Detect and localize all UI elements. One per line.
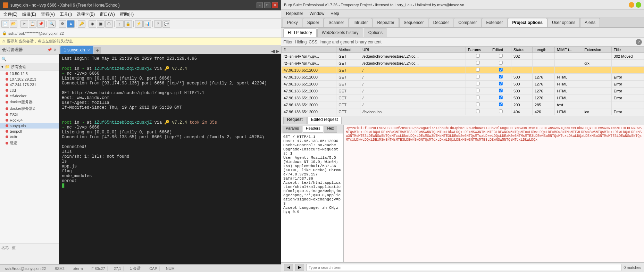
tab-edited-request[interactable]: Edited request — [307, 117, 342, 124]
toolbar-paste[interactable]: 📌 — [37, 20, 45, 28]
toolbar-misc3[interactable]: ⬡ — [105, 20, 113, 28]
table-row[interactable]: 47.96.138.65:12000GET/5001276HTMLError — [282, 81, 644, 88]
session-search[interactable]: 🔍 — [0, 55, 59, 63]
table-row[interactable]: 47.96.138.65:12000GET/ — [282, 67, 644, 74]
menu-repeater[interactable]: Repeater — [283, 10, 306, 17]
toolbar-settings[interactable]: ⚙ — [59, 20, 66, 28]
session-group-header[interactable]: ▾ 📁 所有会话 — [0, 63, 59, 71]
tab-request[interactable]: Request — [283, 117, 307, 124]
menu-edit[interactable]: 编辑(E) — [20, 11, 38, 18]
col-length[interactable]: Length — [533, 47, 555, 53]
session-item[interactable]: Vultr — [0, 134, 59, 140]
table-row[interactable]: 47.96.138.65:12000GET/5001276HTMLError — [282, 94, 644, 101]
burp-table-area[interactable]: # Method URL Params Edited Status Length… — [281, 47, 644, 116]
menu-help[interactable]: Help — [328, 10, 342, 17]
col-status[interactable]: Status — [511, 47, 533, 53]
tab-proxy[interactable]: Proxy — [283, 18, 302, 27]
help-button[interactable]: ? — [636, 39, 642, 45]
menu-file[interactable]: 文件(E) — [1, 11, 19, 18]
cell-params[interactable] — [466, 88, 490, 94]
toolbar-new[interactable]: 📄 — [1, 20, 9, 28]
cell-params[interactable] — [466, 74, 490, 81]
session-item[interactable]: 47.244.176.231 — [0, 82, 59, 88]
detail-tab-params[interactable]: Params — [283, 126, 302, 133]
cell-edited[interactable] — [490, 53, 511, 60]
maximize-button[interactable]: □ — [264, 2, 270, 8]
toolbar-misc4[interactable]: ⚡ — [135, 20, 143, 28]
cell-params[interactable] — [466, 108, 490, 115]
tab-intruder[interactable]: Intruder — [349, 18, 372, 27]
session-item[interactable]: ESXi — [0, 112, 59, 117]
minimize-button[interactable]: － — [257, 2, 263, 8]
detail-tab-hex[interactable]: Hex — [324, 126, 337, 133]
tab-spider[interactable]: Spider — [303, 18, 324, 27]
close-button[interactable]: ✕ — [272, 2, 278, 8]
menu-tabs[interactable]: 选项卡(B) — [75, 11, 97, 18]
table-row[interactable]: 47.96.138.65:12000GET/5001276HTMLError — [282, 88, 644, 94]
menu-help[interactable]: 帮助(H) — [118, 11, 136, 18]
table-row[interactable]: r2--sn-n4v7sn7y.gv...GET/edged/chromeweb… — [282, 60, 644, 67]
cell-edited[interactable] — [490, 74, 511, 81]
tab-next-icon[interactable]: ▶ — [276, 48, 279, 54]
col-params[interactable]: Params — [466, 47, 490, 53]
menu-window[interactable]: Window — [307, 10, 327, 17]
col-extension[interactable]: Extension — [582, 47, 612, 53]
toolbar-find[interactable]: 🔍 — [48, 20, 56, 28]
cell-params[interactable] — [466, 101, 490, 108]
tab-alerts[interactable]: Alerts — [580, 18, 600, 27]
toolbar-misc2[interactable]: ▣ — [97, 20, 104, 28]
col-id[interactable]: # — [282, 47, 336, 53]
new-tab-button[interactable]: + — [94, 47, 101, 54]
search-input[interactable] — [306, 264, 621, 271]
menu-view[interactable]: 查看(V) — [39, 11, 57, 18]
col-mime[interactable]: MIME t... — [555, 47, 582, 53]
cell-params[interactable] — [466, 81, 490, 88]
pin-icon[interactable]: 📌 — [47, 48, 52, 52]
table-row[interactable]: r2--sn-n4v7sn7y.gv...GET/edged/chromeweb… — [282, 53, 644, 60]
toolbar-transfer[interactable]: ↕ — [116, 20, 124, 28]
terminal-tab[interactable]: 1 sunyq.xin ✕ — [60, 46, 93, 54]
cell-params[interactable] — [466, 67, 490, 74]
tab-scanner[interactable]: Scanner — [324, 18, 349, 27]
toolbar-lock[interactable]: 🔒 — [124, 20, 132, 28]
tab-repeater[interactable]: Repeater — [373, 18, 399, 27]
tab-sequencer[interactable]: Sequencer — [399, 18, 428, 27]
cell-params[interactable] — [466, 53, 490, 60]
tab-prev-icon[interactable]: ◀ — [271, 48, 275, 54]
toolbar-chat[interactable]: 💬 — [162, 20, 170, 28]
cell-params[interactable] — [466, 60, 490, 67]
detail-tab-headers[interactable]: Headers — [303, 126, 324, 133]
table-row[interactable]: 47.96.138.65:12000GET/favicon.ico404426H… — [282, 108, 644, 115]
tab-project-options[interactable]: Project options — [508, 18, 547, 27]
sub-tab-websockets-history[interactable]: WebSockets history — [317, 28, 363, 37]
toolbar-cut[interactable]: ✂ — [20, 20, 28, 28]
col-edited[interactable]: Edited — [490, 47, 511, 53]
session-item[interactable]: tempctf — [0, 129, 59, 134]
table-row[interactable]: 47.96.138.65:12000GET/5001276HTMLError — [282, 74, 644, 81]
table-row[interactable]: 47.96.138.65:12000GET/200285text — [282, 101, 644, 108]
next-match-button[interactable]: ▶ — [295, 264, 304, 271]
session-item[interactable]: Rock64 — [0, 117, 59, 123]
cell-edited[interactable] — [490, 60, 511, 67]
close-sidebar-icon[interactable]: ✕ — [53, 48, 57, 52]
sub-tab-options[interactable]: Options — [364, 28, 387, 37]
session-item[interactable]: ctf-docker — [0, 93, 59, 99]
session-item[interactable]: 10.50.12.3 — [0, 71, 59, 76]
session-item[interactable]: 107.182.29.213 — [0, 76, 59, 82]
burp-minimize-button[interactable] — [629, 2, 634, 8]
sub-tab-http-history[interactable]: HTTP history — [283, 28, 317, 37]
session-item[interactable]: 隐迹... — [0, 140, 59, 146]
toolbar-color[interactable]: A — [67, 20, 75, 28]
tab-extender[interactable]: Extender — [482, 18, 508, 27]
toolbar-misc1[interactable]: ◉ — [89, 20, 96, 28]
toolbar-help[interactable]: ? — [154, 20, 162, 28]
session-item[interactable]: docker服务器2 — [0, 105, 59, 112]
tab-decoder[interactable]: Decoder — [429, 18, 453, 27]
session-item[interactable]: docker服务器 — [0, 99, 59, 105]
toolbar-misc5[interactable]: 📊 — [143, 20, 151, 28]
cell-edited[interactable] — [490, 94, 511, 101]
menu-window[interactable]: 窗口(W) — [98, 11, 117, 18]
session-item[interactable]: ctfd — [0, 88, 59, 93]
burp-maximize-button[interactable] — [636, 2, 641, 8]
col-title[interactable]: Title — [611, 47, 644, 53]
